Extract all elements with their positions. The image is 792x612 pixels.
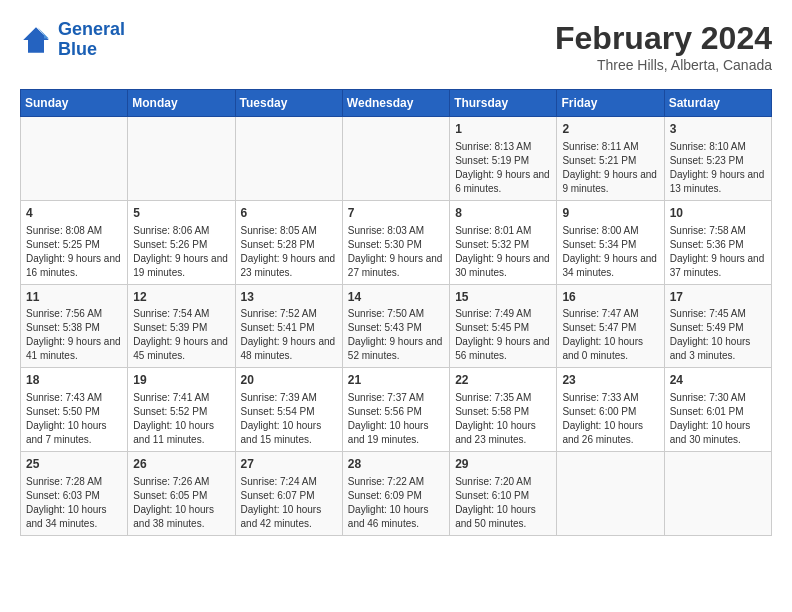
logo: General Blue: [20, 20, 125, 60]
header-monday: Monday: [128, 90, 235, 117]
day-info: Sunrise: 8:03 AM Sunset: 5:30 PM Dayligh…: [348, 224, 444, 280]
day-number: 29: [455, 456, 551, 473]
day-info: Sunrise: 8:06 AM Sunset: 5:26 PM Dayligh…: [133, 224, 229, 280]
week-row-3: 18Sunrise: 7:43 AM Sunset: 5:50 PM Dayli…: [21, 368, 772, 452]
day-number: 10: [670, 205, 766, 222]
calendar-table: SundayMondayTuesdayWednesdayThursdayFrid…: [20, 89, 772, 536]
logo-line1: General: [58, 19, 125, 39]
day-number: 22: [455, 372, 551, 389]
calendar-cell: 17Sunrise: 7:45 AM Sunset: 5:49 PM Dayli…: [664, 284, 771, 368]
calendar-cell: 28Sunrise: 7:22 AM Sunset: 6:09 PM Dayli…: [342, 452, 449, 536]
calendar-cell: [128, 117, 235, 201]
location-subtitle: Three Hills, Alberta, Canada: [555, 57, 772, 73]
day-info: Sunrise: 7:45 AM Sunset: 5:49 PM Dayligh…: [670, 307, 766, 363]
header-saturday: Saturday: [664, 90, 771, 117]
day-info: Sunrise: 7:26 AM Sunset: 6:05 PM Dayligh…: [133, 475, 229, 531]
calendar-cell: [235, 117, 342, 201]
day-number: 28: [348, 456, 444, 473]
day-number: 18: [26, 372, 122, 389]
day-info: Sunrise: 7:28 AM Sunset: 6:03 PM Dayligh…: [26, 475, 122, 531]
day-number: 16: [562, 289, 658, 306]
calendar-cell: 4Sunrise: 8:08 AM Sunset: 5:25 PM Daylig…: [21, 200, 128, 284]
day-number: 3: [670, 121, 766, 138]
day-info: Sunrise: 7:41 AM Sunset: 5:52 PM Dayligh…: [133, 391, 229, 447]
day-number: 25: [26, 456, 122, 473]
day-number: 19: [133, 372, 229, 389]
day-info: Sunrise: 7:37 AM Sunset: 5:56 PM Dayligh…: [348, 391, 444, 447]
calendar-cell: 21Sunrise: 7:37 AM Sunset: 5:56 PM Dayli…: [342, 368, 449, 452]
day-number: 13: [241, 289, 337, 306]
header-wednesday: Wednesday: [342, 90, 449, 117]
calendar-cell: 24Sunrise: 7:30 AM Sunset: 6:01 PM Dayli…: [664, 368, 771, 452]
day-number: 21: [348, 372, 444, 389]
calendar-cell: 14Sunrise: 7:50 AM Sunset: 5:43 PM Dayli…: [342, 284, 449, 368]
day-number: 9: [562, 205, 658, 222]
week-row-0: 1Sunrise: 8:13 AM Sunset: 5:19 PM Daylig…: [21, 117, 772, 201]
day-number: 7: [348, 205, 444, 222]
day-info: Sunrise: 7:22 AM Sunset: 6:09 PM Dayligh…: [348, 475, 444, 531]
day-number: 15: [455, 289, 551, 306]
logo-icon: [20, 24, 52, 56]
main-title: February 2024: [555, 20, 772, 57]
day-number: 5: [133, 205, 229, 222]
day-number: 20: [241, 372, 337, 389]
calendar-cell: 25Sunrise: 7:28 AM Sunset: 6:03 PM Dayli…: [21, 452, 128, 536]
header-sunday: Sunday: [21, 90, 128, 117]
day-info: Sunrise: 8:01 AM Sunset: 5:32 PM Dayligh…: [455, 224, 551, 280]
day-info: Sunrise: 8:11 AM Sunset: 5:21 PM Dayligh…: [562, 140, 658, 196]
day-number: 2: [562, 121, 658, 138]
calendar-cell: [557, 452, 664, 536]
week-row-1: 4Sunrise: 8:08 AM Sunset: 5:25 PM Daylig…: [21, 200, 772, 284]
calendar-cell: 20Sunrise: 7:39 AM Sunset: 5:54 PM Dayli…: [235, 368, 342, 452]
day-info: Sunrise: 7:52 AM Sunset: 5:41 PM Dayligh…: [241, 307, 337, 363]
day-info: Sunrise: 8:05 AM Sunset: 5:28 PM Dayligh…: [241, 224, 337, 280]
day-info: Sunrise: 7:30 AM Sunset: 6:01 PM Dayligh…: [670, 391, 766, 447]
header-tuesday: Tuesday: [235, 90, 342, 117]
logo-text: General Blue: [58, 20, 125, 60]
calendar-header: SundayMondayTuesdayWednesdayThursdayFrid…: [21, 90, 772, 117]
week-row-4: 25Sunrise: 7:28 AM Sunset: 6:03 PM Dayli…: [21, 452, 772, 536]
calendar-cell: [664, 452, 771, 536]
week-row-2: 11Sunrise: 7:56 AM Sunset: 5:38 PM Dayli…: [21, 284, 772, 368]
day-number: 1: [455, 121, 551, 138]
header-row: SundayMondayTuesdayWednesdayThursdayFrid…: [21, 90, 772, 117]
calendar-cell: 3Sunrise: 8:10 AM Sunset: 5:23 PM Daylig…: [664, 117, 771, 201]
day-number: 27: [241, 456, 337, 473]
day-info: Sunrise: 7:20 AM Sunset: 6:10 PM Dayligh…: [455, 475, 551, 531]
day-info: Sunrise: 7:43 AM Sunset: 5:50 PM Dayligh…: [26, 391, 122, 447]
day-info: Sunrise: 7:33 AM Sunset: 6:00 PM Dayligh…: [562, 391, 658, 447]
calendar-cell: [21, 117, 128, 201]
calendar-cell: 1Sunrise: 8:13 AM Sunset: 5:19 PM Daylig…: [450, 117, 557, 201]
day-number: 12: [133, 289, 229, 306]
calendar-cell: 23Sunrise: 7:33 AM Sunset: 6:00 PM Dayli…: [557, 368, 664, 452]
calendar-cell: 10Sunrise: 7:58 AM Sunset: 5:36 PM Dayli…: [664, 200, 771, 284]
day-info: Sunrise: 7:58 AM Sunset: 5:36 PM Dayligh…: [670, 224, 766, 280]
calendar-cell: 5Sunrise: 8:06 AM Sunset: 5:26 PM Daylig…: [128, 200, 235, 284]
day-info: Sunrise: 7:56 AM Sunset: 5:38 PM Dayligh…: [26, 307, 122, 363]
day-info: Sunrise: 7:49 AM Sunset: 5:45 PM Dayligh…: [455, 307, 551, 363]
day-info: Sunrise: 7:35 AM Sunset: 5:58 PM Dayligh…: [455, 391, 551, 447]
calendar-cell: 13Sunrise: 7:52 AM Sunset: 5:41 PM Dayli…: [235, 284, 342, 368]
calendar-cell: 15Sunrise: 7:49 AM Sunset: 5:45 PM Dayli…: [450, 284, 557, 368]
calendar-cell: 27Sunrise: 7:24 AM Sunset: 6:07 PM Dayli…: [235, 452, 342, 536]
page-header: General Blue February 2024 Three Hills, …: [20, 20, 772, 73]
day-info: Sunrise: 7:24 AM Sunset: 6:07 PM Dayligh…: [241, 475, 337, 531]
calendar-cell: [342, 117, 449, 201]
calendar-cell: 8Sunrise: 8:01 AM Sunset: 5:32 PM Daylig…: [450, 200, 557, 284]
calendar-cell: 22Sunrise: 7:35 AM Sunset: 5:58 PM Dayli…: [450, 368, 557, 452]
header-thursday: Thursday: [450, 90, 557, 117]
day-info: Sunrise: 7:50 AM Sunset: 5:43 PM Dayligh…: [348, 307, 444, 363]
title-block: February 2024 Three Hills, Alberta, Cana…: [555, 20, 772, 73]
calendar-cell: 16Sunrise: 7:47 AM Sunset: 5:47 PM Dayli…: [557, 284, 664, 368]
day-number: 8: [455, 205, 551, 222]
calendar-cell: 9Sunrise: 8:00 AM Sunset: 5:34 PM Daylig…: [557, 200, 664, 284]
day-number: 17: [670, 289, 766, 306]
calendar-cell: 2Sunrise: 8:11 AM Sunset: 5:21 PM Daylig…: [557, 117, 664, 201]
day-number: 4: [26, 205, 122, 222]
calendar-cell: 18Sunrise: 7:43 AM Sunset: 5:50 PM Dayli…: [21, 368, 128, 452]
day-info: Sunrise: 8:10 AM Sunset: 5:23 PM Dayligh…: [670, 140, 766, 196]
svg-marker-0: [23, 27, 49, 53]
day-number: 26: [133, 456, 229, 473]
day-number: 6: [241, 205, 337, 222]
day-number: 14: [348, 289, 444, 306]
